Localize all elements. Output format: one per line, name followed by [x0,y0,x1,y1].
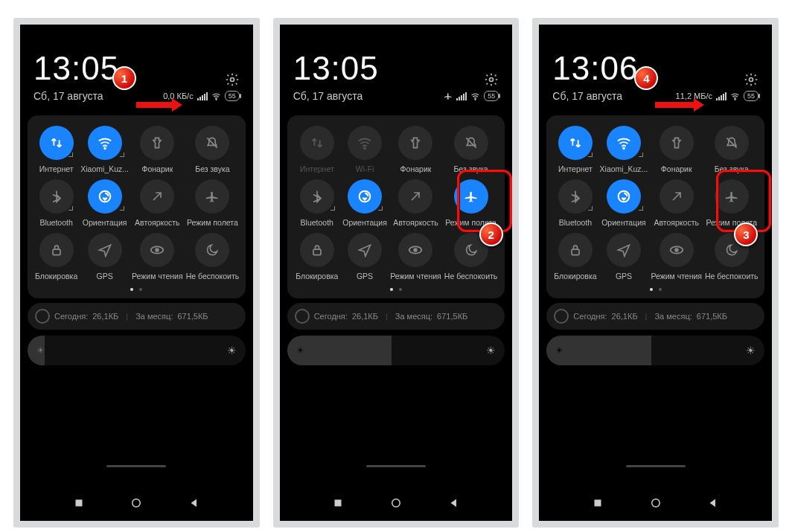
qs-tile-data[interactable]: Интернет [295,126,339,173]
annotation-arrow [136,98,182,112]
quick-settings-panel: ИнтернетXiaomi_Kuz...ФонарикБез звукаBlu… [28,115,246,298]
qs-tile-read[interactable]: Режим чтения [651,233,702,281]
usage-ring-icon [554,309,569,324]
qs-tile-orient[interactable]: Ориентация [80,179,129,227]
qs-tile-mute[interactable]: Без звука [444,126,498,173]
annotation-marker-1: 1 [112,66,136,90]
recent-apps-button[interactable] [331,496,345,510]
battery-indicator: 55 [484,91,499,101]
tile-label: GPS [616,272,632,281]
data-usage-bar[interactable]: Сегодня: 26,1КБ|За месяц: 671,5КБ [28,303,246,330]
svg-point-8 [132,499,141,507]
qs-tile-bt[interactable]: Bluetooth [295,179,339,227]
annotation-arrow [655,98,704,112]
svg-rect-13 [313,249,321,255]
wifi-status-icon [211,92,221,101]
gear-icon[interactable] [484,72,499,87]
gps-icon [348,233,382,267]
tile-label: Автояркость [135,218,180,227]
dnd-icon [195,233,229,267]
tile-label: Фонарик [661,164,692,173]
qs-tile-data[interactable]: Интернет [35,126,77,173]
expand-indicator-icon [120,153,124,157]
airplane-status-icon [444,92,453,100]
qs-tile-bt[interactable]: Bluetooth [35,179,77,227]
qs-tile-mute[interactable]: Без звука [186,126,240,173]
qs-tile-bright[interactable]: Автояркость [390,179,441,227]
qs-tile-lock[interactable]: Блокировка [554,233,596,281]
reading-mode-icon [660,233,694,267]
brightness-slider[interactable]: ☀☀ [28,336,246,365]
tile-label: Без звука [453,164,488,173]
gear-icon[interactable] [744,72,759,87]
tile-label: Режим полета [187,218,238,227]
qs-tile-lock[interactable]: Блокировка [295,233,339,281]
qs-tile-plane[interactable]: Режим полета [186,179,240,227]
brightness-slider[interactable]: ☀☀ [287,336,505,365]
home-button[interactable] [389,496,403,510]
usage-ring-icon [295,309,310,324]
date-label: Сб, 17 августа [33,90,103,102]
phone-screen-2: 13:05Сб, 17 августа55ИнтернетWi-FiФонари… [273,18,520,528]
tile-label: Режим чтения [651,272,702,281]
navigation-bar [20,485,253,521]
qs-tile-wifi[interactable]: Xiaomi_Kuz... [80,126,129,173]
qs-tile-plane[interactable]: Режим полета [444,179,498,227]
mute-icon [715,126,749,160]
brightness-low-icon: ☀ [296,345,304,356]
date-label: Сб, 17 августа [293,90,363,102]
wifi-icon [607,126,641,160]
qs-tile-data[interactable]: Интернет [554,126,596,173]
qs-tile-lock[interactable]: Блокировка [35,233,77,281]
qs-tile-wifi[interactable]: Wi-Fi [342,126,387,173]
gesture-hint [626,465,686,467]
qs-tile-gps[interactable]: GPS [342,233,387,281]
qs-tile-orient[interactable]: Ориентация [342,179,387,227]
brightness-high-icon: ☀ [746,344,756,356]
tile-label: Блокировка [554,272,596,281]
recent-apps-button[interactable] [591,496,604,510]
qs-tile-wifi[interactable]: Xiaomi_Kuz... [600,126,648,173]
battery-indicator: 55 [225,91,240,101]
gear-icon[interactable] [225,72,240,87]
brightness-slider[interactable]: ☀☀ [546,336,764,365]
lock-icon [558,233,593,267]
qs-tile-bt[interactable]: Bluetooth [554,179,596,227]
tile-label: Ориентация [601,218,646,227]
qs-tile-flash[interactable]: Фонарик [132,126,183,173]
tile-label: Интернет [558,164,593,173]
qs-tile-plane[interactable]: Режим полета [705,179,759,227]
data-usage-bar[interactable]: Сегодня: 26,1КБ|За месяц: 671,5КБ [546,303,764,330]
qs-tile-gps[interactable]: GPS [80,233,129,281]
back-button[interactable] [706,496,720,510]
svg-point-24 [675,249,678,251]
tile-label: Не беспокоить [186,272,240,281]
qs-tile-flash[interactable]: Фонарик [651,126,702,173]
auto-brightness-icon [398,179,432,214]
back-button[interactable] [447,496,461,510]
recent-apps-button[interactable] [72,496,86,510]
qs-tile-read[interactable]: Режим чтения [390,233,441,281]
tile-label: Блокировка [296,272,338,281]
tile-label: Фонарик [141,164,173,173]
qs-tile-bright[interactable]: Автояркость [132,179,183,227]
back-button[interactable] [188,496,201,510]
tile-label: Bluetooth [559,218,592,227]
data-usage-bar[interactable]: Сегодня: 26,1КБ|За месяц: 671,5КБ [287,303,505,330]
status-bar: 55 [444,91,499,101]
gps-icon [607,233,641,267]
qs-tile-orient[interactable]: Ориентация [600,179,648,227]
qs-tile-read[interactable]: Режим чтения [132,233,183,281]
qs-tile-flash[interactable]: Фонарик [390,126,441,173]
home-button[interactable] [130,496,143,510]
brightness-high-icon: ☀ [227,344,237,356]
qs-tile-mute[interactable]: Без звука [705,126,759,173]
qs-tile-dnd[interactable]: Не беспокоить [186,233,240,281]
qs-tile-bright[interactable]: Автояркость [651,179,702,227]
home-button[interactable] [649,496,662,510]
tile-label: Без звука [195,164,229,173]
qs-tile-gps[interactable]: GPS [600,233,648,281]
flashlight-icon [660,126,694,160]
svg-point-0 [230,78,234,82]
tile-label: Режим чтения [390,272,441,281]
